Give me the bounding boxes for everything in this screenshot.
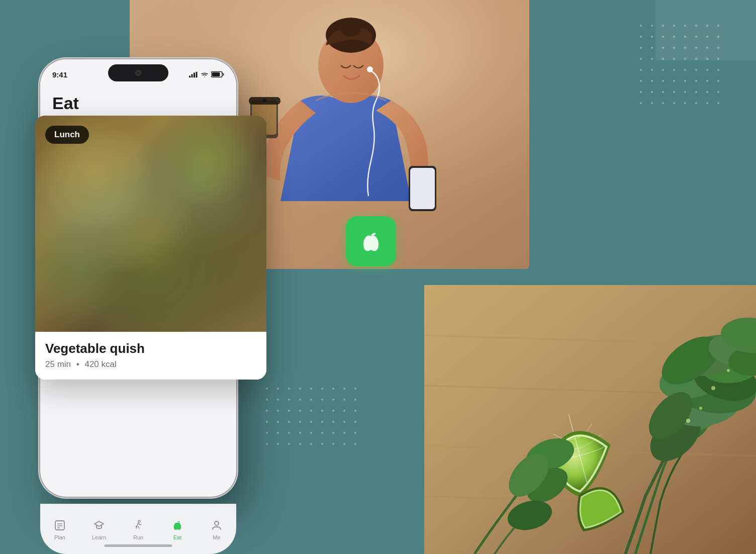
svg-rect-69 — [196, 71, 198, 77]
svg-rect-71 — [212, 72, 220, 76]
me-icon — [210, 518, 224, 532]
run-icon — [131, 518, 145, 532]
svg-point-49 — [118, 171, 153, 201]
svg-point-51 — [99, 201, 133, 232]
svg-line-46 — [151, 224, 236, 276]
svg-rect-59 — [130, 193, 140, 202]
svg-point-76 — [138, 520, 140, 522]
svg-rect-64 — [122, 203, 131, 211]
nav-plan-label: Plan — [54, 534, 65, 540]
svg-line-45 — [65, 224, 151, 276]
nav-item-run[interactable]: Run — [125, 514, 151, 544]
phone-header: Eat — [40, 89, 236, 119]
svg-rect-68 — [194, 72, 195, 77]
svg-rect-8 — [410, 168, 435, 209]
svg-point-50 — [161, 169, 191, 193]
svg-point-56 — [137, 199, 174, 224]
phone-notch — [108, 64, 168, 81]
nav-item-learn[interactable]: Learn — [86, 514, 112, 544]
app-icon-badge — [346, 216, 396, 266]
svg-point-54 — [165, 233, 197, 260]
svg-rect-66 — [189, 75, 191, 77]
svg-point-52 — [173, 199, 209, 224]
svg-rect-61 — [107, 234, 120, 246]
svg-point-41 — [45, 126, 256, 327]
svg-point-6 — [367, 66, 373, 72]
svg-point-77 — [215, 521, 219, 525]
svg-rect-67 — [192, 74, 193, 77]
phone-time: 9:41 — [52, 70, 67, 79]
wifi-icon — [201, 71, 209, 77]
svg-point-5 — [341, 22, 361, 37]
svg-line-47 — [93, 146, 151, 224]
battery-icon — [211, 71, 224, 78]
phone-screen-title: Eat — [52, 94, 224, 113]
photo-herbs — [424, 285, 756, 554]
svg-point-65 — [60, 138, 241, 309]
food-name: Vegetable quish — [45, 341, 256, 356]
food-image-svg — [35, 116, 266, 332]
dot-grid-bottom-center: const dbc = document.querySelector('.dot… — [261, 383, 372, 464]
food-badge-text: Lunch — [54, 130, 80, 139]
plan-svg — [54, 519, 66, 531]
nav-eat-label: Eat — [173, 534, 182, 540]
herbs-svg — [424, 285, 756, 554]
nav-me-label: Me — [213, 534, 220, 540]
svg-point-33 — [699, 407, 702, 410]
food-time: 25 min — [45, 359, 71, 369]
run-svg — [132, 519, 144, 531]
svg-point-12 — [262, 99, 266, 103]
svg-rect-62 — [183, 233, 193, 241]
nav-item-me[interactable]: Me — [204, 514, 230, 544]
food-badge: Lunch — [45, 126, 89, 144]
svg-rect-60 — [167, 200, 177, 209]
svg-point-35 — [727, 369, 730, 372]
signal-icon — [189, 71, 198, 77]
svg-point-42 — [50, 131, 251, 322]
home-indicator — [105, 544, 172, 547]
apple-icon — [358, 228, 384, 254]
nav-item-eat[interactable]: Eat — [164, 514, 191, 544]
decorative-corner — [655, 0, 756, 60]
svg-rect-63 — [148, 263, 157, 270]
svg-rect-72 — [55, 521, 64, 530]
nav-learn-label: Learn — [92, 534, 106, 540]
food-meta: 25 min • 420 kcal — [45, 359, 256, 370]
status-icons — [189, 71, 224, 78]
svg-point-34 — [711, 386, 715, 390]
learn-svg — [93, 519, 105, 531]
nav-run-label: Run — [133, 534, 143, 540]
eat-icon — [170, 518, 184, 532]
nav-item-plan[interactable]: Plan — [47, 514, 73, 544]
learn-icon — [92, 518, 106, 532]
me-svg — [211, 519, 223, 531]
svg-point-53 — [129, 239, 162, 263]
front-camera — [135, 70, 141, 76]
food-image: Lunch — [35, 116, 266, 332]
svg-point-57 — [113, 261, 139, 282]
svg-rect-40 — [35, 116, 266, 332]
svg-point-55 — [96, 237, 125, 266]
food-info: Vegetable quish 25 min • 420 kcal — [35, 332, 266, 380]
food-card: Lunch Vegetable quish 25 min • 420 kcal — [35, 116, 266, 380]
plan-icon — [53, 518, 67, 532]
phone-status-bar: 9:41 — [40, 59, 236, 89]
eat-svg — [171, 519, 183, 531]
svg-line-48 — [151, 146, 209, 224]
svg-point-58 — [175, 253, 206, 280]
svg-point-43 — [55, 133, 246, 314]
food-calories: 420 kcal — [84, 359, 116, 369]
food-meta-separator: • — [76, 359, 79, 369]
svg-point-32 — [686, 419, 690, 423]
